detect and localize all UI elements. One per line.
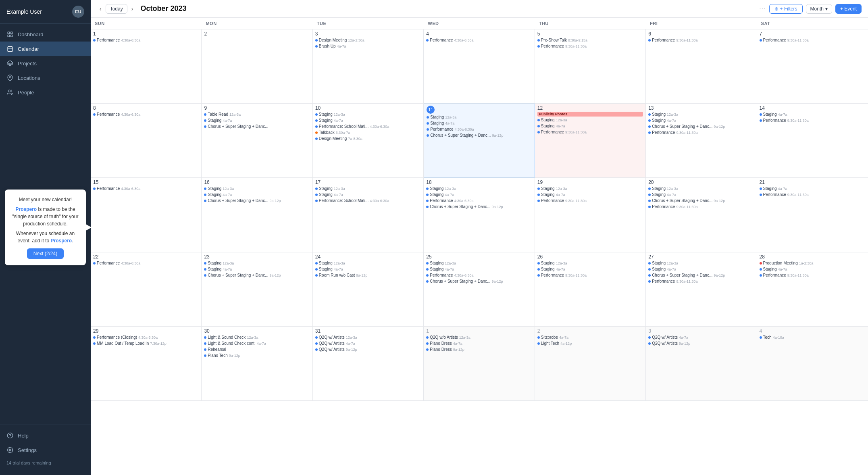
- sidebar-item-calendar[interactable]: Calendar: [0, 42, 91, 56]
- filters-button[interactable]: ⊕ + Filters: [769, 4, 803, 14]
- calendar-event[interactable]: Staging12a-3a: [204, 260, 310, 266]
- sidebar-item-settings[interactable]: Settings: [0, 443, 91, 457]
- calendar-event[interactable]: Staging12a-3a: [315, 260, 421, 266]
- calendar-event[interactable]: Piano Tech9a-12p: [204, 353, 310, 358]
- calendar-event[interactable]: Performance9:30a-11:30a: [537, 129, 643, 135]
- calendar-cell-w5d1[interactable]: 29Performance (Closing)4:30a-6:30aMM Loa…: [91, 327, 202, 400]
- calendar-event[interactable]: Chorus + Super Staging + Danc...9a-12p: [427, 133, 532, 138]
- calendar-event[interactable]: Staging4a-7a: [426, 192, 532, 198]
- sidebar-item-dashboard[interactable]: Dashboard: [0, 27, 91, 42]
- next-month-button[interactable]: ›: [129, 4, 136, 14]
- calendar-cell-w1d2[interactable]: 2: [202, 29, 312, 103]
- calendar-event[interactable]: Light Tech4a-12p: [537, 341, 643, 346]
- calendar-cell-w2d1[interactable]: 8Performance4:30a-6:30a: [91, 104, 202, 177]
- calendar-event[interactable]: Q2Q w/ Artists9a-12p: [315, 347, 421, 352]
- calendar-cell-w3d4[interactable]: 18Staging12a-3aStaging4a-7aPerformance4:…: [424, 178, 535, 252]
- calendar-cell-w4d2[interactable]: 23Staging12a-3aStaging4a-7aChorus + Supe…: [202, 252, 312, 326]
- calendar-event[interactable]: Chorus + Super Staging + Danc...9a-12p: [426, 204, 532, 210]
- calendar-cell-w4d7[interactable]: 28Production Meeting1a-2:30aStaging4a-7a…: [757, 252, 868, 326]
- calendar-cell-w1d6[interactable]: 6Performance9:30a-11:30a: [646, 29, 757, 103]
- calendar-event[interactable]: Staging12a-3a: [648, 260, 754, 266]
- calendar-event[interactable]: Staging12a-3a: [648, 186, 754, 192]
- calendar-event[interactable]: Pre-Show Talk8:30a-9:15a: [537, 38, 643, 43]
- calendar-cell-w1d5[interactable]: 5Pre-Show Talk8:30a-9:15aPerformance9:30…: [535, 29, 646, 103]
- calendar-cell-w2d6[interactable]: 13Staging12a-3aStaging4a-7aChorus + Supe…: [646, 104, 757, 177]
- calendar-event[interactable]: Design Meeting12a-2:30a: [315, 38, 421, 43]
- calendar-event[interactable]: Performance4:30a-6:30a: [426, 38, 532, 43]
- calendar-event[interactable]: Performance4:30a-6:30a: [93, 186, 199, 192]
- calendar-event[interactable]: Staging4a-7a: [204, 267, 310, 272]
- calendar-event[interactable]: Staging4a-7a: [537, 123, 643, 129]
- calendar-event[interactable]: Staging4a-7a: [204, 118, 310, 123]
- calendar-event[interactable]: Talkback6:30a-7a: [315, 130, 421, 135]
- calendar-event[interactable]: Performance4:30a-6:30a: [426, 198, 532, 204]
- calendar-event[interactable]: Performance9:30a-11:30a: [648, 130, 754, 135]
- month-view-button[interactable]: Month ▾: [806, 4, 832, 14]
- calendar-cell-w3d5[interactable]: 19Staging12a-3aStaging4a-7aPerformance9:…: [535, 178, 646, 252]
- calendar-event[interactable]: Staging4a-7a: [315, 267, 421, 272]
- today-button[interactable]: Today: [106, 4, 127, 14]
- calendar-event[interactable]: Chorus + Super Staging + Danc...9a-12p: [204, 273, 310, 278]
- calendar-cell-w4d5[interactable]: 26Staging12a-3aStaging4a-7aPerformance9:…: [535, 252, 646, 326]
- calendar-event[interactable]: Staging12a-3a: [648, 112, 754, 117]
- sidebar-item-help[interactable]: Help: [0, 428, 91, 443]
- calendar-cell-w1d1[interactable]: 1Performance4:30a-6:30a: [91, 29, 202, 103]
- calendar-event[interactable]: Room Run w/o Cast9a-12p: [315, 273, 421, 278]
- calendar-event[interactable]: Staging4a-7a: [648, 192, 754, 198]
- calendar-event[interactable]: Performance9:30a-11:30a: [648, 279, 754, 284]
- calendar-event[interactable]: Tech4a-10a: [760, 335, 866, 340]
- calendar-event[interactable]: Rehearsal: [204, 347, 310, 352]
- more-options-icon[interactable]: ···: [759, 5, 766, 12]
- calendar-event[interactable]: Staging4a-7a: [648, 118, 754, 123]
- calendar-event[interactable]: Production Meeting1a-2:30a: [760, 260, 866, 266]
- calendar-event[interactable]: Staging12a-3a: [426, 260, 532, 266]
- calendar-event[interactable]: Staging12a-3a: [537, 186, 643, 192]
- calendar-event[interactable]: Chorus + Super Staging + Danc...9a-12p: [648, 273, 754, 278]
- prev-month-button[interactable]: ‹: [97, 4, 104, 14]
- calendar-cell-w3d3[interactable]: 17Staging12a-3aStaging4a-7aPerformance: …: [313, 178, 424, 252]
- calendar-event[interactable]: Staging12a-3a: [537, 117, 643, 123]
- calendar-event[interactable]: Staging12a-3a: [537, 260, 643, 266]
- sidebar-item-locations[interactable]: Locations: [0, 71, 91, 85]
- calendar-cell-w5d7[interactable]: 4Tech4a-10a: [757, 327, 868, 400]
- calendar-event[interactable]: Performance9:30a-11:30a: [537, 273, 643, 278]
- calendar-cell-w4d6[interactable]: 27Staging12a-3aStaging4a-7aChorus + Supe…: [646, 252, 757, 326]
- calendar-event[interactable]: Staging4a-7a: [315, 192, 421, 198]
- onboarding-brand2[interactable]: Prospero: [51, 238, 72, 244]
- calendar-event[interactable]: Light & Sound Check12a-3a: [204, 335, 310, 340]
- calendar-cell-w3d7[interactable]: 21Staging4a-7aPerformance9:30a-11:30a: [757, 178, 868, 252]
- calendar-cell-w5d6[interactable]: 3Q2Q w/ Artists4a-7aQ2Q w/ Artists9a-12p: [646, 327, 757, 400]
- calendar-cell-w2d3[interactable]: 10Staging12a-3aStaging4a-7aPerformance: …: [313, 104, 424, 177]
- onboarding-next-button[interactable]: Next (2/24): [27, 248, 64, 259]
- calendar-event[interactable]: Performance9:30a-11:30a: [537, 198, 643, 204]
- onboarding-brand1[interactable]: Prospero: [15, 206, 37, 212]
- calendar-event[interactable]: Performance9:30a-11:30a: [760, 192, 866, 198]
- calendar-event[interactable]: Performance (Closing)4:30a-6:30a: [93, 335, 199, 340]
- calendar-cell-w2d2[interactable]: 9Table Read12a-3aStaging4a-7aChorus + Su…: [202, 104, 312, 177]
- calendar-event[interactable]: Staging12a-3a: [427, 115, 532, 120]
- calendar-event[interactable]: Staging12a-3a: [426, 186, 532, 192]
- calendar-event[interactable]: Light & Sound Check cont.4a-7a: [204, 341, 310, 346]
- calendar-event[interactable]: Q2Q w/ Artists4a-7a: [648, 335, 754, 340]
- calendar-event[interactable]: Brush Up4a-7a: [315, 44, 421, 49]
- sidebar-item-people[interactable]: People: [0, 85, 91, 100]
- calendar-event[interactable]: Staging12a-3a: [204, 186, 310, 192]
- calendar-event[interactable]: Performance4:30a-6:30a: [93, 38, 199, 43]
- calendar-event[interactable]: Chorus + Super Staging + Danc...9a-12p: [204, 198, 310, 204]
- calendar-event[interactable]: Table Read12a-3a: [204, 112, 310, 117]
- calendar-cell-w2d7[interactable]: 14Staging4a-7aPerformance9:30a-11:30a: [757, 104, 868, 177]
- calendar-event[interactable]: Performance: School Mati...4:30a-6:30a: [315, 198, 421, 204]
- calendar-event[interactable]: Chorus + Super Staging + Danc...9a-12p: [426, 279, 532, 284]
- calendar-event[interactable]: Performance9:30a-11:30a: [648, 38, 754, 43]
- calendar-cell-w1d7[interactable]: 7Performance9:30a-11:30a: [757, 29, 868, 103]
- calendar-event[interactable]: Performance4:30a-6:30a: [93, 112, 199, 117]
- calendar-event[interactable]: Staging4a-7a: [537, 192, 643, 198]
- calendar-event[interactable]: MM Load Out / Temp Load In7:30a-12p: [93, 341, 199, 346]
- calendar-event[interactable]: Q2Q w/o Artists12a-3a: [426, 335, 532, 340]
- calendar-cell-w5d4[interactable]: 1Q2Q w/o Artists12a-3aPiano Dress4a-7aPi…: [424, 327, 535, 400]
- calendar-event[interactable]: Performance4:30a-6:30a: [426, 273, 532, 278]
- calendar-event[interactable]: Performance9:30a-11:30a: [648, 204, 754, 210]
- calendar-cell-w2d5[interactable]: 12Publicity PhotosStaging12a-3aStaging4a…: [535, 104, 646, 177]
- calendar-event[interactable]: Staging12a-3a: [315, 112, 421, 117]
- calendar-event[interactable]: Chorus + Super Staging + Danc...9a-12p: [648, 198, 754, 204]
